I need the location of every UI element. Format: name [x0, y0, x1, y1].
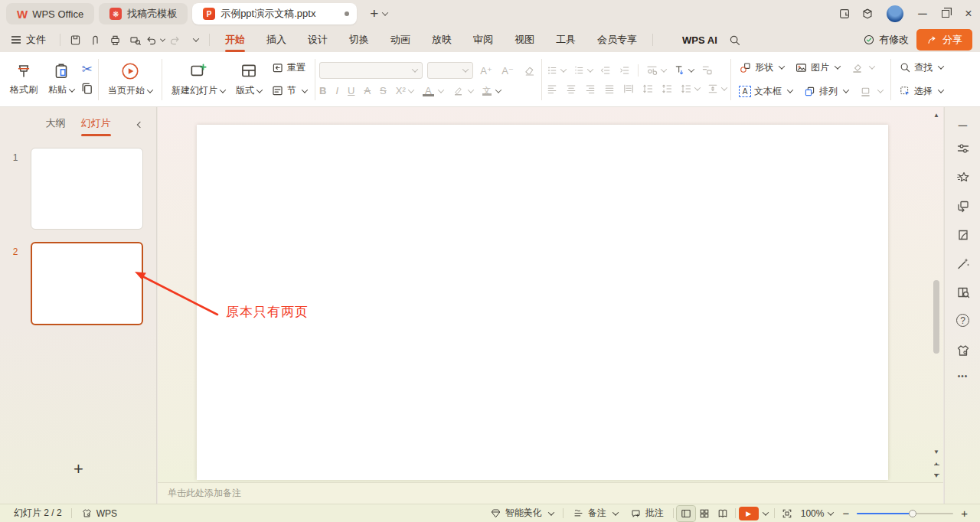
restore-button[interactable]: [934, 2, 957, 25]
align-right-button[interactable]: [584, 83, 596, 95]
print-preview-button[interactable]: [125, 31, 145, 49]
align-left-button[interactable]: [546, 83, 558, 95]
fill-color-button[interactable]: [847, 59, 878, 77]
save-button[interactable]: [65, 31, 85, 49]
resource-search-button[interactable]: [945, 285, 980, 300]
line-spacing-button[interactable]: [680, 83, 692, 95]
collapse-panel-chevron-icon[interactable]: [135, 118, 142, 129]
tab-document-active[interactable]: P 示例ppt演示文稿.pptx: [192, 3, 357, 24]
paste-button[interactable]: 粘贴: [43, 59, 80, 100]
file-menu-button[interactable]: 文件: [0, 33, 55, 47]
new-tab-button[interactable]: +: [370, 5, 378, 22]
tab-home[interactable]: 开始: [214, 30, 256, 50]
close-button[interactable]: ×: [957, 2, 980, 25]
font-color-button[interactable]: A: [423, 86, 434, 96]
normal-view-button[interactable]: [677, 506, 695, 521]
shapes-button[interactable]: 形状: [735, 59, 788, 77]
tab-review[interactable]: 审阅: [462, 30, 504, 50]
smart-beautify-button[interactable]: 智能美化: [484, 507, 560, 520]
tab-transition[interactable]: 切换: [338, 30, 380, 50]
find-button[interactable]: 查找: [895, 59, 947, 77]
increase-indent-button[interactable]: [619, 64, 631, 77]
editing-canvas[interactable]: ▲ ▼ ▲ ▼: [158, 107, 943, 482]
selection-pane-button[interactable]: [945, 198, 980, 214]
strike-char-button[interactable]: A: [364, 85, 371, 96]
minimize-button[interactable]: ─: [911, 2, 934, 25]
strikethrough-button[interactable]: S: [380, 85, 387, 96]
char-spacing-button[interactable]: [645, 64, 658, 77]
increase-font-button[interactable]: A⁺: [478, 65, 495, 77]
scrollbar-thumb[interactable]: [933, 280, 939, 354]
more-tools-button[interactable]: •••: [945, 372, 980, 380]
collapse-rail-button[interactable]: ─: [945, 119, 980, 132]
wps-skin-button[interactable]: WPS: [75, 507, 123, 519]
tab-insert[interactable]: 插入: [256, 30, 297, 50]
workspace-cube-button[interactable]: [856, 2, 879, 25]
new-slide-button[interactable]: 新建幻灯片: [166, 58, 230, 100]
share-button[interactable]: 分享: [916, 29, 972, 51]
next-slide-button[interactable]: ▼: [931, 471, 942, 480]
picture-button[interactable]: 图片: [791, 59, 844, 77]
tab-template-store[interactable]: ❋ 找稿壳模板: [99, 3, 188, 24]
reading-view-button[interactable]: [714, 506, 732, 521]
vertical-scrollbar[interactable]: ▲ ▼ ▲ ▼: [931, 110, 942, 479]
notes-bar[interactable]: 单击此处添加备注: [158, 482, 943, 504]
object-properties-button[interactable]: [945, 141, 980, 156]
convert-smartart-button[interactable]: [701, 64, 714, 77]
distribute-button[interactable]: [622, 83, 635, 95]
split-view-button[interactable]: [833, 2, 856, 25]
scroll-down-arrow-icon[interactable]: ▼: [931, 447, 942, 456]
scroll-up-arrow-icon[interactable]: ▲: [931, 110, 942, 119]
redo-button[interactable]: [165, 31, 185, 49]
superscript-button[interactable]: X²: [396, 85, 413, 96]
zoom-slider-handle[interactable]: [909, 510, 916, 517]
format-painter-button[interactable]: 格式刷: [5, 59, 43, 100]
font-family-select[interactable]: [319, 62, 423, 79]
tab-slides[interactable]: 幻灯片: [81, 113, 111, 133]
tab-view[interactable]: 视图: [504, 30, 545, 50]
tab-member[interactable]: 会员专享: [586, 30, 648, 50]
pinyin-guide-button[interactable]: 文: [482, 86, 492, 96]
zoom-slider[interactable]: [857, 508, 953, 519]
help-button[interactable]: ?: [945, 314, 980, 327]
textbox-button[interactable]: A 文本框: [735, 83, 796, 100]
font-size-select[interactable]: [427, 62, 473, 79]
tab-wps-office[interactable]: W WPS Office: [6, 3, 94, 24]
search-button[interactable]: [725, 31, 745, 49]
select-button[interactable]: 选择: [895, 83, 947, 100]
skin-center-button[interactable]: [945, 343, 980, 358]
arrange-button[interactable]: 排列: [799, 83, 852, 100]
slide-thumbnail-2-selected[interactable]: [31, 242, 143, 325]
add-slide-button[interactable]: +: [0, 459, 157, 479]
clear-format-button[interactable]: [521, 64, 537, 77]
layout-button[interactable]: 版式: [230, 58, 267, 100]
tab-list-chevron-icon[interactable]: [382, 9, 388, 15]
tab-tools[interactable]: 工具: [545, 30, 586, 50]
align-center-button[interactable]: [565, 83, 577, 95]
bullet-list-button[interactable]: [546, 64, 558, 77]
text-direction-button[interactable]: [673, 64, 686, 77]
notes-button[interactable]: 备注: [567, 507, 624, 520]
fit-slide-button[interactable]: [778, 506, 796, 521]
quick-access-chevron-icon[interactable]: [185, 31, 204, 49]
zoom-in-button[interactable]: +: [958, 507, 972, 520]
play-options-chevron-icon[interactable]: [763, 509, 769, 515]
wps-ai-button[interactable]: WPS AI: [658, 34, 725, 46]
animation-pane-button[interactable]: [945, 170, 980, 185]
tab-outline[interactable]: 大纲: [46, 113, 66, 133]
numbered-list-button[interactable]: [573, 64, 585, 77]
design-tools-button[interactable]: [945, 227, 980, 243]
tab-slideshow[interactable]: 放映: [421, 30, 462, 50]
tab-animation[interactable]: 动画: [380, 30, 421, 50]
outline-color-button[interactable]: [855, 83, 887, 100]
zoom-level[interactable]: 100%: [796, 508, 826, 519]
reset-button[interactable]: 重置: [267, 59, 311, 77]
modified-status[interactable]: 有修改: [863, 33, 909, 47]
slide-thumbnail-1[interactable]: [31, 148, 143, 230]
slide-sorter-view-button[interactable]: [695, 506, 714, 521]
slideshow-play-button[interactable]: ▶: [739, 507, 759, 520]
cut-button[interactable]: ✂: [80, 63, 94, 76]
italic-button[interactable]: I: [335, 85, 338, 96]
underline-button[interactable]: U: [348, 85, 354, 96]
bold-button[interactable]: B: [319, 85, 326, 96]
